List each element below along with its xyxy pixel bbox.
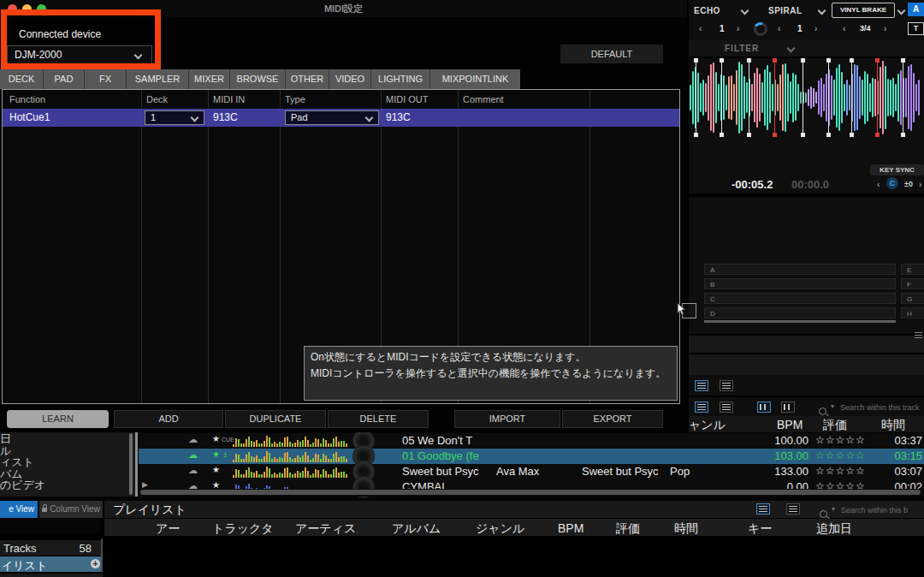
search-icon[interactable] [819, 407, 826, 415]
mapping-row-selected[interactable]: HotCue1 1 913C Pad 913C [3, 109, 679, 127]
beat-right-arrow[interactable]: › [737, 24, 739, 33]
preview-waveform[interactable] [233, 450, 348, 462]
sidebar-collection[interactable]: Tracks 58 [0, 540, 104, 556]
detail-view-icon[interactable] [786, 503, 800, 515]
chevron-down-icon[interactable] [741, 7, 749, 15]
sidebar-item[interactable]: のビデオ [0, 479, 135, 491]
default-button[interactable]: DEFAULT [560, 45, 663, 63]
cue-marker[interactable] [903, 62, 903, 134]
import-button[interactable]: IMPORT [454, 410, 560, 428]
header-rating[interactable]: 評価 [823, 418, 847, 433]
columns-view-icon[interactable] [757, 402, 771, 413]
list-view-icon[interactable] [756, 503, 770, 515]
delete-button[interactable]: DELETE [328, 410, 429, 428]
sidebar-item[interactable]: 日 [0, 433, 135, 445]
cuebank-scrollbar[interactable] [704, 320, 896, 323]
track-row[interactable]: ☁ ★ Sweet but Psyc Ava Max Sweet but Psy… [139, 464, 924, 479]
playlist-search-input[interactable]: Search within this b [841, 506, 922, 515]
fx-assign-a-button[interactable]: A [908, 3, 924, 16]
th-midi-out[interactable]: MIDI OUT [386, 94, 429, 104]
sidebar-search-field[interactable] [0, 519, 101, 533]
cue-marker[interactable] [828, 62, 829, 134]
header-time[interactable]: 時間 [881, 418, 905, 433]
col-header[interactable]: 時間 [674, 521, 698, 537]
tab-mixpointlink[interactable]: MIXPOINTLINK [429, 69, 520, 89]
chevron-down-icon[interactable] [818, 7, 826, 15]
beat-left-arrow[interactable]: ‹ [843, 24, 845, 33]
preview-waveform[interactable] [233, 466, 348, 478]
key-left-arrow[interactable]: ‹ [877, 180, 880, 189]
tab-lighting[interactable]: LIGHTING [370, 69, 429, 89]
hscrollbar-thumb[interactable] [140, 490, 921, 495]
hotcue-d[interactable]: D [704, 307, 896, 318]
hot-cue-marker[interactable] [774, 62, 775, 134]
sidebar-item[interactable]: ィスト [0, 456, 135, 468]
beat-right-arrow[interactable]: › [814, 24, 817, 33]
track-search-input[interactable]: Search within this track [840, 403, 922, 412]
hot-cue-marker[interactable] [877, 62, 878, 134]
tab-mixer[interactable]: MIXER [188, 69, 229, 89]
th-deck[interactable]: Deck [146, 94, 168, 104]
chevron-down-icon[interactable] [787, 45, 796, 53]
tab-browse[interactable]: BROWSE [229, 69, 285, 89]
col-header[interactable]: キー [748, 521, 772, 537]
sidebar-item[interactable]: バム [0, 468, 135, 480]
tab-other[interactable]: OTHER [285, 69, 329, 89]
detail-view-icon[interactable] [720, 380, 733, 391]
tab-tree-view[interactable]: e View [0, 501, 38, 518]
th-midi-in[interactable]: MIDI IN [213, 94, 245, 104]
fx-slot2[interactable]: SPIRAL [768, 6, 803, 15]
export-button[interactable]: EXPORT [562, 410, 663, 428]
tab-column-view[interactable]: Column View [39, 501, 103, 518]
tab-video[interactable]: VIDEO [329, 69, 370, 89]
preview-waveform[interactable] [233, 435, 348, 447]
fx-slot3[interactable]: VINYL BRAKE [832, 3, 895, 18]
col-header[interactable]: トラックタ [212, 521, 274, 537]
col-header[interactable]: アー [156, 521, 180, 537]
duplicate-button[interactable]: DUPLICATE [225, 410, 326, 428]
key-badge[interactable]: C [886, 177, 898, 189]
hotcue-f[interactable]: F [901, 278, 924, 289]
beat-right-arrow[interactable]: › [884, 24, 886, 33]
track-row[interactable]: ☁ ★ CUE 05 We Don't T 100.00 ☆☆☆☆☆ 03:37 [139, 433, 924, 449]
beat-left-arrow[interactable]: ‹ [699, 24, 702, 33]
cue-marker[interactable] [803, 62, 803, 134]
track-waveform[interactable] [690, 60, 923, 135]
tab-fx[interactable]: FX [84, 69, 126, 89]
key-sync-button[interactable]: KEY SYNC [870, 164, 924, 175]
cue-marker[interactable] [749, 62, 749, 134]
fx-slot1[interactable]: ECHO [694, 6, 720, 15]
th-function[interactable]: Function [9, 94, 45, 104]
grid-icon[interactable] [915, 332, 922, 339]
type-select[interactable]: Pad [285, 110, 379, 125]
sidebar-playlist-item[interactable]: イリスト [0, 556, 104, 572]
tap-button[interactable]: T [908, 22, 924, 35]
sidebar-scrollbar[interactable] [129, 433, 133, 495]
learn-button[interactable]: LEARN [7, 410, 109, 428]
track-row-selected[interactable]: ☁ ★ 1 01 Goodbye (fe 103.00 ☆☆☆☆☆ 03:15 [139, 449, 924, 464]
split-view-icon[interactable] [781, 402, 795, 413]
sidebar-item[interactable]: ル [0, 445, 135, 457]
filter-label[interactable]: FILTER [725, 44, 759, 53]
col-header[interactable]: ジャンル [476, 521, 524, 537]
fx-knob[interactable] [754, 22, 767, 36]
th-comment[interactable]: Comment [463, 94, 504, 104]
cue-marker[interactable] [851, 62, 852, 134]
col-header[interactable]: アルバム [392, 521, 441, 537]
chevron-down-icon[interactable] [897, 7, 906, 15]
tab-deck[interactable]: DECK [0, 69, 43, 89]
list-view-icon[interactable] [695, 402, 708, 413]
search-icon[interactable] [820, 510, 827, 518]
cue-marker[interactable] [721, 62, 722, 134]
track-rating[interactable]: ☆☆☆☆☆ [815, 449, 866, 461]
add-playlist-icon[interactable] [91, 559, 100, 568]
header-bpm[interactable]: BPM [777, 418, 803, 431]
col-header[interactable]: BPM [558, 521, 583, 535]
header-genre[interactable]: ャンル [689, 418, 726, 433]
hotcue-e[interactable]: E [901, 264, 924, 275]
hotcue-a[interactable]: A [704, 264, 896, 275]
pane-divider[interactable] [135, 432, 138, 497]
tab-pad[interactable]: PAD [43, 69, 84, 89]
hscrollbar-track[interactable] [139, 489, 924, 497]
track-rating[interactable]: ☆☆☆☆☆ [815, 465, 866, 477]
